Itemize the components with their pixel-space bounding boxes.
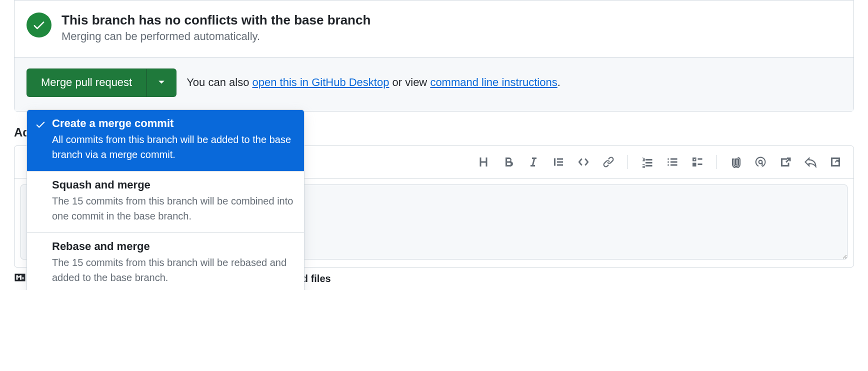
code-icon[interactable]	[572, 151, 594, 173]
merge-option-desc: The 15 commits from this branch will be …	[52, 194, 294, 224]
merge-option-desc: The 15 commits from this branch will be …	[52, 255, 294, 285]
merge-status-text: This branch has no conflicts with the ba…	[62, 12, 370, 43]
merge-status-title: This branch has no conflicts with the ba…	[62, 12, 370, 28]
heading-icon[interactable]	[472, 151, 494, 173]
italic-icon[interactable]	[522, 151, 544, 173]
reply-icon[interactable]	[800, 151, 822, 173]
merge-option-squash-and-merge[interactable]: Squash and merge The 15 commits from thi…	[27, 171, 304, 232]
merge-actions-row: Merge pull request Create a merge commit…	[14, 57, 854, 111]
merge-option-title: Create a merge commit	[52, 117, 294, 130]
merge-strategy-dropdown: Create a merge commit All commits from t…	[26, 110, 304, 290]
expand-icon[interactable]	[824, 151, 846, 173]
unordered-list-icon[interactable]	[661, 151, 683, 173]
merge-option-title: Rebase and merge	[52, 240, 294, 253]
cross-reference-icon[interactable]	[774, 151, 796, 173]
ordered-list-icon[interactable]	[636, 151, 658, 173]
merge-panel: This branch has no conflicts with the ba…	[14, 0, 854, 112]
markdown-icon	[14, 272, 26, 286]
caret-down-icon	[158, 79, 165, 86]
merge-status-row: This branch has no conflicts with the ba…	[14, 0, 854, 57]
task-list-icon[interactable]	[686, 151, 708, 173]
merge-pull-request-button[interactable]: Merge pull request	[26, 68, 146, 97]
bold-icon[interactable]	[498, 151, 520, 173]
toolbar-divider	[628, 155, 628, 169]
quote-icon[interactable]	[548, 151, 570, 173]
link-icon[interactable]	[598, 151, 620, 173]
command-line-instructions-link[interactable]: command line instructions	[430, 76, 557, 88]
toolbar-divider	[716, 155, 716, 169]
merge-button-group: Merge pull request Create a merge commit…	[26, 68, 176, 97]
merge-option-rebase-and-merge[interactable]: Rebase and merge The 15 commits from thi…	[27, 232, 304, 290]
attachment-icon[interactable]	[724, 151, 746, 173]
merge-strategy-dropdown-button[interactable]	[146, 68, 176, 97]
check-icon	[35, 119, 46, 132]
merge-option-desc: All commits from this branch will be add…	[52, 132, 294, 162]
open-github-desktop-link[interactable]: open this in GitHub Desktop	[252, 76, 390, 88]
mention-icon[interactable]	[750, 151, 772, 173]
success-check-icon	[26, 12, 52, 38]
merge-hint-text: You can also open this in GitHub Desktop…	[186, 76, 560, 89]
merge-status-subtitle: Merging can be performed automatically.	[62, 30, 370, 43]
merge-option-title: Squash and merge	[52, 178, 294, 192]
merge-option-create-merge-commit[interactable]: Create a merge commit All commits from t…	[27, 110, 304, 171]
